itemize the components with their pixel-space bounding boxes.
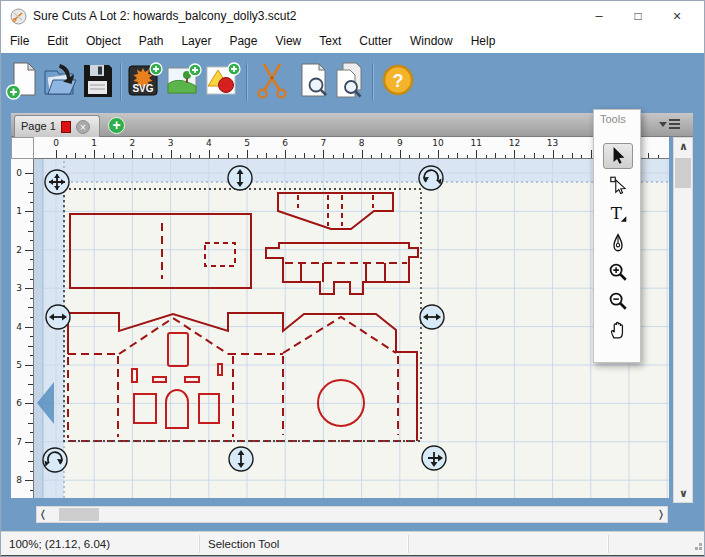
mat-page — [43, 159, 669, 498]
tab-page-1[interactable]: Page 1 × — [14, 115, 100, 137]
app-logo-icon — [10, 8, 27, 25]
menu-item-edit[interactable]: Edit — [38, 31, 77, 53]
v-ruler-label: 5 — [12, 360, 22, 370]
v-ruler-label: 2 — [12, 245, 22, 255]
vertical-scrollbar-thumb[interactable] — [675, 158, 691, 188]
h-ruler-label: 8 — [359, 138, 365, 148]
menu-item-cutter[interactable]: Cutter — [350, 31, 401, 53]
menu-item-page[interactable]: Page — [220, 31, 266, 53]
tool-zoom-out[interactable] — [603, 288, 633, 314]
h-ruler-label: 7 — [321, 138, 327, 148]
menu-item-view[interactable]: View — [266, 31, 310, 53]
resize-grip[interactable] — [699, 547, 702, 550]
handle-rotate-bottom-left[interactable] — [43, 448, 67, 472]
page-color-swatch[interactable] — [61, 121, 71, 133]
scroll-up-icon[interactable]: ∧ — [679, 140, 688, 153]
svg-icon-label: SVG — [132, 83, 153, 94]
page-tab-label: Page 1 — [21, 120, 56, 132]
horizontal-scrollbar-thumb[interactable] — [59, 508, 99, 521]
h-ruler-label: 12 — [509, 138, 520, 148]
toolbar-separator — [372, 63, 373, 101]
tab-bar-menu-icon[interactable] — [659, 116, 681, 133]
menu-bar: FileEditObjectPathLayerPageViewTextCutte… — [1, 31, 705, 53]
menu-item-path[interactable]: Path — [130, 31, 173, 53]
maximize-button[interactable]: □ — [623, 5, 653, 27]
v-ruler-label: 0 — [12, 168, 22, 178]
save-project-button[interactable] — [80, 61, 116, 101]
tools-palette: Tools T — [593, 109, 641, 363]
h-ruler-label: 9 — [397, 138, 403, 148]
zoom-coordinates-status: 100%; (21.12, 6.04) — [9, 538, 110, 550]
v-ruler-label: 8 — [12, 475, 22, 485]
help-button[interactable]: ? — [381, 61, 417, 101]
tool-zoom-in[interactable] — [603, 259, 633, 285]
page-tab-bar: Page 1 × + — [11, 113, 693, 137]
h-ruler-label: 10 — [432, 138, 443, 148]
handle-resize-bottom[interactable] — [229, 447, 253, 471]
toolbar: SVG ? — [1, 53, 705, 113]
help-icon-glyph: ? — [393, 71, 404, 91]
h-ruler-label: 4 — [206, 138, 212, 148]
preview-button[interactable] — [296, 61, 332, 101]
toolbar-separator — [246, 63, 247, 101]
v-ruler-label: 4 — [12, 322, 22, 332]
handle-rotate-top-right[interactable] — [419, 166, 443, 190]
v-ruler-label: 7 — [12, 437, 22, 447]
tools-palette-title: Tools — [600, 113, 626, 125]
active-tool-status: Selection Tool — [208, 538, 279, 550]
ruler-corner — [11, 137, 34, 159]
svg-text:T: T — [611, 204, 622, 223]
v-ruler-label: 3 — [12, 283, 22, 293]
h-ruler-label: 13 — [547, 138, 558, 148]
menu-item-object[interactable]: Object — [77, 31, 130, 53]
h-ruler-label: 6 — [282, 138, 288, 148]
menu-item-text[interactable]: Text — [310, 31, 350, 53]
close-button[interactable]: × — [662, 5, 692, 27]
h-ruler-label: 11 — [470, 138, 481, 148]
new-document-button[interactable] — [5, 61, 41, 101]
scroll-down-icon[interactable]: ∨ — [679, 487, 688, 500]
open-project-button[interactable] — [43, 61, 79, 101]
v-ruler-label: 1 — [12, 206, 22, 216]
tool-direct-selection[interactable] — [603, 172, 633, 198]
import-image-button[interactable] — [166, 61, 202, 101]
h-ruler-label: 1 — [91, 138, 97, 148]
tool-pen[interactable] — [603, 230, 633, 256]
h-ruler-label: 5 — [244, 138, 250, 148]
vertical-scrollbar[interactable]: ∧ ∨ — [673, 137, 693, 503]
horizontal-ruler: 012345678910111213 — [34, 137, 669, 159]
print-preview-button[interactable] — [332, 61, 368, 101]
menu-item-help[interactable]: Help — [462, 31, 505, 53]
design-canvas[interactable] — [34, 159, 669, 498]
handle-resize-bottom-right[interactable] — [422, 446, 446, 470]
scroll-right-icon[interactable]: 〉 — [659, 508, 663, 521]
v-ruler-label: 6 — [12, 398, 22, 408]
title-bar: Sure Cuts A Lot 2: howards_balcony_dolly… — [1, 1, 705, 31]
app-window: Sure Cuts A Lot 2: howards_balcony_dolly… — [0, 0, 705, 557]
menu-item-window[interactable]: Window — [401, 31, 462, 53]
handle-resize-right[interactable] — [420, 305, 444, 329]
tool-hand[interactable] — [603, 317, 633, 343]
close-page-icon[interactable]: × — [76, 120, 90, 134]
menu-item-file[interactable]: File — [1, 31, 38, 53]
window-title: Sure Cuts A Lot 2: howards_balcony_dolly… — [33, 9, 297, 23]
h-ruler-label: 0 — [53, 138, 59, 148]
import-svg-button[interactable]: SVG — [127, 61, 163, 101]
tool-selection[interactable] — [603, 143, 633, 169]
vertical-ruler: 012345678 — [11, 159, 34, 498]
horizontal-scrollbar[interactable]: 〈 〉 — [36, 506, 668, 523]
add-page-button[interactable]: + — [108, 117, 125, 134]
minimize-button[interactable]: – — [584, 5, 614, 27]
h-ruler-label: 2 — [130, 138, 136, 148]
import-shapes-button[interactable] — [205, 61, 241, 101]
scroll-left-icon[interactable]: 〈 — [41, 508, 45, 521]
toolbar-separator — [120, 63, 121, 101]
handle-resize-left[interactable] — [46, 305, 70, 329]
handle-resize-top[interactable] — [228, 166, 252, 190]
menu-item-layer[interactable]: Layer — [172, 31, 220, 53]
handle-move-top-left[interactable] — [45, 170, 69, 194]
h-ruler-label: 3 — [168, 138, 174, 148]
cut-with-cutter-button[interactable] — [255, 61, 291, 101]
status-bar: 100%; (21.12, 6.04) Selection Tool — [1, 531, 705, 557]
tool-type[interactable]: T — [603, 201, 633, 227]
